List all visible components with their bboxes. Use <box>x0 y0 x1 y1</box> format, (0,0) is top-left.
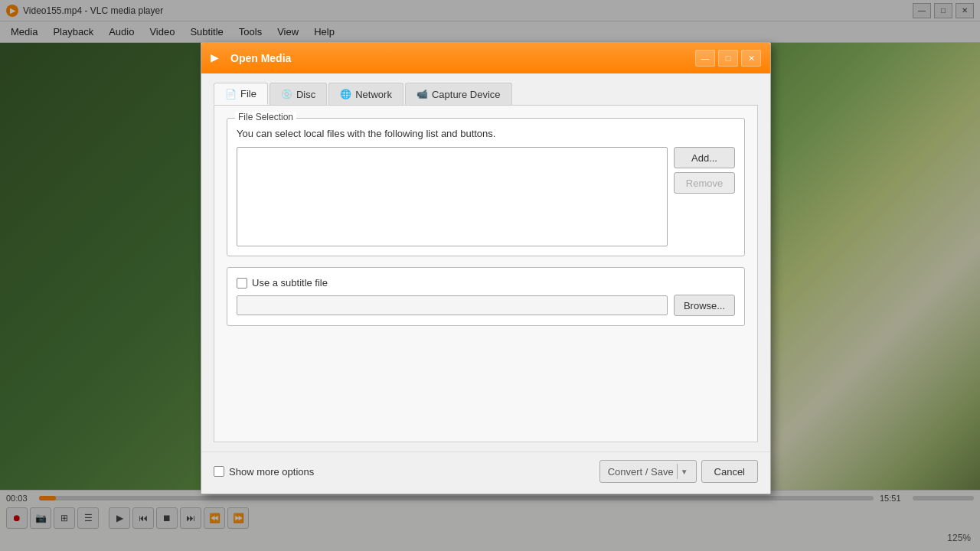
dialog-titlebar: ▶ Open Media — □ ✕ <box>201 43 770 73</box>
network-tab-icon: 🌐 <box>340 89 351 99</box>
show-more-checkbox[interactable] <box>214 466 224 477</box>
disc-tab-icon: 💿 <box>281 89 292 99</box>
dialog-close-button[interactable]: ✕ <box>741 50 761 67</box>
dialog-icon: ▶ <box>211 51 224 65</box>
tab-file[interactable]: 📄 File <box>214 83 268 105</box>
dialog-minimize-button[interactable]: — <box>695 50 715 67</box>
file-panel: File Selection You can select local file… <box>214 106 758 442</box>
capture-tab-label: Capture Device <box>432 89 501 100</box>
file-selection-description: You can select local files with the foll… <box>237 128 735 139</box>
tab-disc[interactable]: 💿 Disc <box>270 83 327 105</box>
open-media-dialog: ▶ Open Media — □ ✕ 📄 File 💿 Disc 🌐 Netwo… <box>201 42 771 494</box>
add-button[interactable]: Add... <box>674 147 735 168</box>
cancel-button[interactable]: Cancel <box>701 460 758 483</box>
show-more-options-label[interactable]: Show more options <box>214 466 599 478</box>
disc-tab-label: Disc <box>296 89 315 100</box>
file-listbox[interactable] <box>237 147 668 246</box>
file-list-container: Add... Remove <box>237 147 735 246</box>
subtitle-file-input[interactable] <box>237 295 668 315</box>
file-tab-label: File <box>240 88 256 99</box>
file-selection-group: File Selection You can select local file… <box>227 118 745 256</box>
subtitle-checkbox-label[interactable]: Use a subtitle file <box>237 277 328 289</box>
browse-button[interactable]: Browse... <box>674 295 735 316</box>
dialog-title: Open Media <box>230 52 695 64</box>
convert-save-button[interactable]: Convert / Save ▼ <box>599 460 697 483</box>
file-tab-icon: 📄 <box>225 89 237 99</box>
dialog-maximize-button[interactable]: □ <box>718 50 738 67</box>
dialog-titlebar-buttons: — □ ✕ <box>695 50 761 67</box>
dialog-tabs: 📄 File 💿 Disc 🌐 Network 📹 Capture Device <box>214 83 758 106</box>
network-tab-label: Network <box>355 89 392 100</box>
dialog-content: 📄 File 💿 Disc 🌐 Network 📹 Capture Device… <box>201 73 770 452</box>
file-list-buttons: Add... Remove <box>674 147 735 194</box>
subtitle-checkbox-row: Use a subtitle file <box>237 277 735 289</box>
convert-save-label: Convert / Save <box>608 466 674 478</box>
tab-capture-device[interactable]: 📹 Capture Device <box>405 83 512 105</box>
subtitle-checkbox[interactable] <box>237 278 247 289</box>
subtitle-input-row: Browse... <box>237 295 735 316</box>
show-more-text: Show more options <box>229 466 314 478</box>
subtitle-label-text: Use a subtitle file <box>252 277 328 289</box>
subtitle-section: Use a subtitle file Browse... <box>227 267 745 326</box>
convert-dropdown-arrow[interactable]: ▼ <box>677 464 688 479</box>
dialog-bottom-bar: Show more options Convert / Save ▼ Cance… <box>201 452 770 494</box>
remove-button[interactable]: Remove <box>674 172 735 194</box>
file-selection-title: File Selection <box>235 112 296 122</box>
tab-network[interactable]: 🌐 Network <box>328 83 403 105</box>
capture-tab-icon: 📹 <box>416 89 428 99</box>
bottom-buttons: Convert / Save ▼ Cancel <box>599 460 758 483</box>
